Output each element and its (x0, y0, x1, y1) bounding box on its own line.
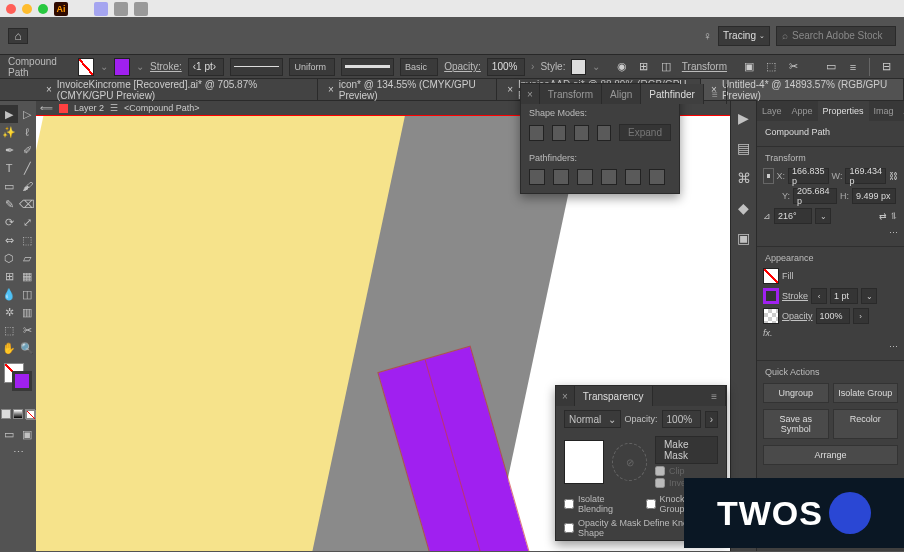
stroke-profile-select[interactable] (230, 58, 283, 76)
color-themes-icon[interactable]: ▤ (735, 139, 753, 157)
hand-tool[interactable]: ✋ (0, 339, 18, 357)
traffic-light-minimize[interactable] (22, 4, 32, 14)
merge-icon[interactable] (577, 169, 593, 185)
properties-tab[interactable]: Properties (818, 101, 869, 121)
divide-icon[interactable] (529, 169, 545, 185)
stroke-weight-dec[interactable]: ‹ (811, 288, 827, 304)
doc-tab-1[interactable]: ×InvoiceKincrome [Recovered].ai* @ 705.8… (36, 79, 318, 100)
expand-button[interactable]: Expand (619, 124, 671, 141)
fill-stroke-swatches[interactable] (4, 363, 32, 391)
prefs-icon[interactable]: ≡ (843, 58, 863, 76)
back-arrow-icon[interactable]: ⟸ (40, 103, 53, 113)
blend-mode-select[interactable]: Normal ⌄ (564, 410, 621, 428)
stroke-profile-uniform[interactable]: Uniform (289, 58, 334, 76)
flip-h-icon[interactable]: ⇄ (879, 211, 887, 221)
close-icon[interactable]: × (328, 84, 334, 95)
minus-back-icon[interactable] (649, 169, 665, 185)
fx-label[interactable]: fx. (763, 328, 773, 338)
make-mask-button[interactable]: Make Mask (655, 436, 718, 464)
panel-close-icon[interactable]: × (556, 386, 575, 406)
opacity-chevron[interactable]: › (705, 411, 718, 428)
reference-point-icon[interactable] (763, 168, 774, 184)
eyedropper-tool[interactable]: 💧 (0, 285, 18, 303)
collapse-icon[interactable]: ⊟ (876, 58, 896, 76)
close-icon[interactable]: × (507, 84, 513, 95)
fill-swatch-prop[interactable] (763, 268, 779, 284)
stroke-brush-basic[interactable]: Basic (400, 58, 438, 76)
transparency-tab[interactable]: Transparency (575, 386, 653, 406)
tracing-dropdown[interactable]: Tracing ⌄ (718, 26, 770, 46)
screen-mode-2[interactable]: ▣ (18, 425, 36, 443)
asset-export-tab[interactable]: Asse (899, 101, 904, 121)
layers-tab[interactable]: Laye (757, 101, 787, 121)
stroke-swatch[interactable] (114, 58, 130, 76)
opacity-icon-prop[interactable] (763, 308, 779, 324)
style-swatch[interactable] (571, 59, 585, 75)
shaper-tool[interactable]: ✎ (0, 195, 18, 213)
exclude-icon[interactable] (597, 125, 612, 141)
shape-builder-tool[interactable]: ⬡ (0, 249, 18, 267)
layer-dropdown-icon[interactable]: ☰ (110, 103, 118, 113)
align-icon[interactable]: ⊞ (634, 58, 654, 76)
opacity-chev[interactable]: › (853, 308, 869, 324)
stroke-weight-input[interactable]: ‹1 pt› (188, 58, 224, 76)
rectangle-tool[interactable]: ▭ (0, 177, 18, 195)
doc-setup-icon[interactable]: ▭ (821, 58, 841, 76)
paintbrush-tool[interactable]: 🖌 (18, 177, 36, 195)
close-icon[interactable]: × (46, 84, 52, 95)
panel-menu-icon[interactable]: ≡ (703, 386, 726, 406)
artboard-tool[interactable]: ⬚ (0, 321, 18, 339)
more-options-icon[interactable]: ⋯ (889, 342, 898, 352)
opacity-value-prop[interactable]: 100% (816, 308, 850, 324)
pen-tool[interactable]: ✒ (0, 141, 18, 159)
intersect-icon[interactable] (574, 125, 589, 141)
scale-tool[interactable]: ⤢ (18, 213, 36, 231)
opacity-input[interactable]: 100% (662, 410, 701, 428)
type-tool[interactable]: T (0, 159, 18, 177)
play-icon[interactable]: ▶ (735, 109, 753, 127)
width-tool[interactable]: ⇔ (0, 231, 18, 249)
opacity-thumbnail[interactable] (564, 440, 604, 484)
pathfinder-panel[interactable]: × Transform Align Pathfinder ≡ Shape Mod… (520, 83, 680, 194)
appearance-tab[interactable]: Appe (787, 101, 818, 121)
swatches-icon[interactable]: ◆ (735, 199, 753, 217)
recolor-button[interactable]: Recolor (833, 409, 899, 439)
panel-menu-icon[interactable]: ≡ (704, 84, 727, 104)
knife-icon[interactable]: ✂ (783, 58, 803, 76)
panel-close-icon[interactable]: × (521, 84, 540, 104)
ungroup-button[interactable]: Ungroup (763, 383, 829, 403)
doc-tab-2[interactable]: ×icon* @ 134.55% (CMYK/GPU Preview) (318, 79, 497, 100)
clip-checkbox[interactable]: Clip (655, 466, 718, 476)
pathfinder-tab[interactable]: Pathfinder (641, 84, 704, 104)
workspace-icon-2[interactable] (114, 2, 128, 16)
stroke-brush-select[interactable] (341, 58, 394, 76)
zoom-tool[interactable]: 🔍 (18, 339, 36, 357)
rotation-input[interactable]: 216° (774, 208, 812, 224)
recolor-icon[interactable]: ◉ (612, 58, 632, 76)
slice-tool[interactable]: ✂ (18, 321, 36, 339)
workspace-icon-1[interactable] (94, 2, 108, 16)
unite-icon[interactable] (529, 125, 544, 141)
more-options-icon[interactable]: ⋯ (889, 228, 898, 238)
blend-tool[interactable]: ◫ (18, 285, 36, 303)
brushes-icon[interactable]: ⌘ (735, 169, 753, 187)
edit-toolbar[interactable]: ⋯ (0, 443, 36, 461)
save-as-symbol-button[interactable]: Save as Symbol (763, 409, 829, 439)
home-icon[interactable]: ⌂ (8, 28, 28, 44)
color-mode-switches[interactable] (1, 409, 35, 419)
eraser-tool[interactable]: ⌫ (18, 195, 36, 213)
edit-icon[interactable]: ⬚ (761, 58, 781, 76)
stroke-color[interactable] (12, 371, 32, 391)
align-tab[interactable]: Align (602, 84, 641, 104)
opacity-input[interactable]: 100% (487, 58, 525, 76)
stroke-swatch-prop[interactable] (763, 288, 779, 304)
outline-icon[interactable] (625, 169, 641, 185)
crop-icon[interactable] (601, 169, 617, 185)
doc-tab-4[interactable]: ×Untitled-4* @ 14893.57% (RGB/GPU Previe… (701, 79, 904, 100)
isolate-group-button[interactable]: Isolate Group (833, 383, 899, 403)
selection-tool[interactable]: ▶ (0, 105, 18, 123)
direct-selection-tool[interactable]: ▷ (18, 105, 36, 123)
flip-v-icon[interactable]: ⥮ (890, 211, 898, 221)
transform-tab[interactable]: Transform (540, 84, 602, 104)
shape-icon[interactable]: ◫ (656, 58, 676, 76)
